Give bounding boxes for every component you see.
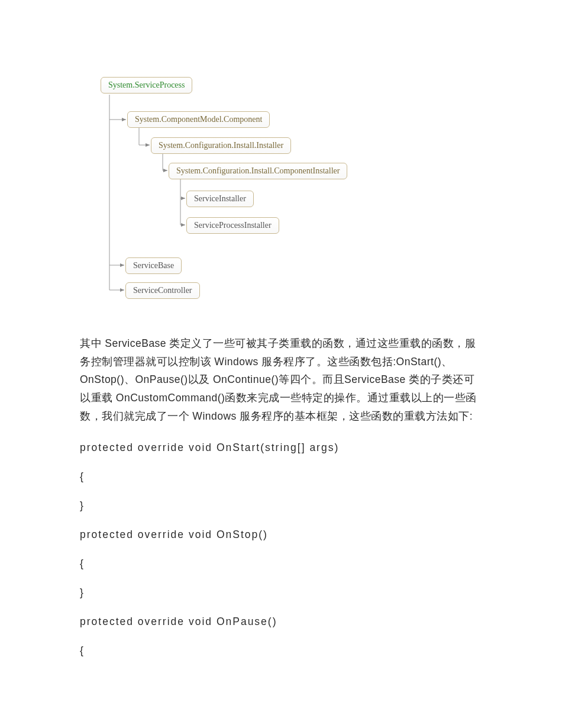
node-installer: System.Configuration.Install.Installer	[151, 137, 291, 154]
node-root: System.ServiceProcess	[101, 77, 192, 94]
code-brace-close: }	[80, 500, 482, 512]
code-brace-close: }	[80, 587, 482, 599]
code-brace-open: {	[80, 645, 482, 657]
node-service-base: ServiceBase	[125, 257, 182, 274]
explanation-paragraph: 其中 ServiceBase 类定义了一些可被其子类重载的函数，通过这些重载的函…	[80, 334, 482, 425]
code-onpause-signature: protected override void OnPause()	[80, 616, 482, 628]
node-component: System.ComponentModel.Component	[127, 111, 270, 128]
code-brace-open: {	[80, 558, 482, 570]
code-onstart-signature: protected override void OnStart(string[]…	[80, 442, 482, 454]
class-hierarchy-diagram: System.ServiceProcess System.ComponentMo…	[80, 77, 387, 305]
node-service-installer: ServiceInstaller	[186, 191, 254, 207]
page-content: System.ServiceProcess System.ComponentMo…	[80, 77, 482, 674]
node-service-process-installer: ServiceProcessInstaller	[186, 217, 279, 234]
node-component-installer: System.Configuration.Install.ComponentIn…	[169, 163, 347, 179]
node-service-controller: ServiceController	[125, 282, 200, 299]
code-brace-open: {	[80, 471, 482, 483]
code-onstop-signature: protected override void OnStop()	[80, 529, 482, 541]
